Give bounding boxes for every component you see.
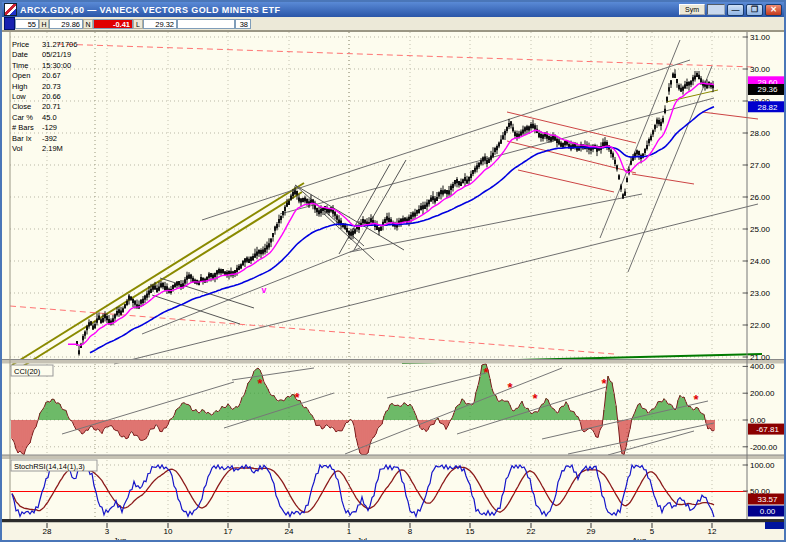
month-label: Jul xyxy=(357,536,367,542)
time-tick-label: 17 xyxy=(224,527,233,536)
quote-field-value[interactable]: 29.32 xyxy=(143,19,177,29)
data-panel-value: 45.0 xyxy=(42,113,102,123)
quote-field-label: N xyxy=(83,19,93,29)
month-label: Jun xyxy=(114,536,127,542)
data-panel-row: High20.73 xyxy=(12,82,102,92)
data-panel-label: Price xyxy=(12,40,42,50)
price-axis-label: 26.00 xyxy=(750,193,771,202)
title-bar[interactable]: ARCX.GDX,60 — VANECK VECTORS GOLD MINERS… xyxy=(2,2,784,17)
minimize-button[interactable]: — xyxy=(727,4,744,16)
data-panel-row: Car %45.0 xyxy=(12,113,102,123)
time-tick-label: 24 xyxy=(285,527,294,536)
data-panel-label: Time xyxy=(12,61,42,71)
data-panel-label: # Bars xyxy=(12,123,42,133)
time-tick-label: 10 xyxy=(164,527,173,536)
data-panel-value: 05/21/19 xyxy=(42,50,102,60)
window-title: ARCX.GDX,60 — VANECK VECTORS GOLD MINERS… xyxy=(20,5,677,15)
quote-color-swatch xyxy=(4,17,15,30)
data-panel-value: 31.271706 xyxy=(42,40,102,50)
price-axis-label: 23.00 xyxy=(750,289,771,298)
data-panel-row: Low20.66 xyxy=(12,92,102,102)
quote-bar: 55H29.86N-0.41L29.3238 xyxy=(2,17,784,31)
chart-window: ARCX.GDX,60 — VANECK VECTORS GOLD MINERS… xyxy=(0,0,786,542)
maximize-button[interactable]: ❐ xyxy=(746,4,763,16)
stoch-panel-label: StochRSI(14,14(1),3) xyxy=(14,462,85,471)
data-panel-row: Date05/21/19 xyxy=(12,50,102,60)
time-tick-label: 15 xyxy=(466,527,475,536)
time-tick-label: 1 xyxy=(347,527,352,536)
quote-field-value[interactable]: 55 xyxy=(15,19,39,29)
data-panel-value: 15:30:00 xyxy=(42,61,102,71)
time-tick-label: 8 xyxy=(408,527,413,536)
price-axis-label: 31.00 xyxy=(750,33,771,42)
close-button[interactable]: ✕ xyxy=(765,4,782,16)
price-axis-label: 28.00 xyxy=(750,129,771,138)
separator-cci-stoch xyxy=(2,455,786,459)
stoch-axis-label: 100.00 xyxy=(750,461,775,470)
data-panel-row: Close20.71 xyxy=(12,102,102,112)
price-axis-label: 25.00 xyxy=(750,225,771,234)
time-tick-label: 29 xyxy=(587,527,596,536)
data-panel-row: Bar Ix-392 xyxy=(12,134,102,144)
corner-grip xyxy=(765,522,786,529)
cci-panel-label: CCI(20) xyxy=(14,367,41,376)
month-label: Aug xyxy=(632,536,646,542)
time-tick-label: 28 xyxy=(43,527,52,536)
data-panel-value: 20.66 xyxy=(42,92,102,102)
data-panel-value: -392 xyxy=(42,134,102,144)
time-tick-label: 3 xyxy=(105,527,110,536)
data-panel-value: 2.19M xyxy=(42,144,102,154)
stoch-value-tag-0-text: 33.57 xyxy=(757,495,778,504)
data-panel-value: 20.71 xyxy=(42,102,102,112)
toolbar-button[interactable] xyxy=(707,4,725,15)
time-tick-label: 22 xyxy=(527,527,536,536)
data-panel-label: Low xyxy=(12,92,42,102)
data-panel-label: High xyxy=(12,82,42,92)
cci-axis-label: 400.00 xyxy=(750,362,775,371)
data-panel-value: 20.67 xyxy=(42,71,102,81)
price-axis-label: 24.00 xyxy=(750,257,771,266)
price-axis-label: 27.00 xyxy=(750,161,771,170)
price-tag-1-text: 29.36 xyxy=(757,85,778,94)
quote-field-label: H xyxy=(39,19,49,29)
time-tick-label: 5 xyxy=(650,527,655,536)
time-tick-label: 12 xyxy=(708,527,717,536)
pivot-marker: v xyxy=(261,285,266,295)
data-panel-label: Car % xyxy=(12,113,42,123)
data-panel-row: Open20.67 xyxy=(12,71,102,81)
price-tag-2-text: 28.82 xyxy=(757,103,778,112)
cci-value-tag-text: -67.81 xyxy=(756,425,779,434)
data-panel-row: Vol2.19M xyxy=(12,144,102,154)
app-icon xyxy=(4,3,17,16)
cci-axis-label: 200.00 xyxy=(750,389,775,398)
quote-field-value[interactable]: 29.86 xyxy=(49,19,83,29)
price-axis-label: 21.00 xyxy=(750,353,771,362)
price-axis-label: 30.00 xyxy=(750,65,771,74)
data-panel-label: Date xyxy=(12,50,42,60)
time-axis: 28310172418152229512JunJulAug xyxy=(2,522,786,542)
chart-region[interactable]: v*******CCI(20)StochRSI(14,14(1),3)31.00… xyxy=(2,31,786,542)
quote-field-label: L xyxy=(133,19,143,29)
chart-canvas[interactable]: v*******CCI(20)StochRSI(14,14(1),3)31.00… xyxy=(2,31,786,542)
sym-button[interactable]: Sym xyxy=(679,4,705,15)
cci-axis-label: -200.00 xyxy=(750,443,778,452)
data-panel-label: Close xyxy=(12,102,42,112)
data-panel-label: Bar Ix xyxy=(12,134,42,144)
data-panel-row: Price31.271706 xyxy=(12,40,102,50)
data-panel-label: Vol xyxy=(12,144,42,154)
data-panel-row: Time15:30:00 xyxy=(12,61,102,71)
data-panel: Price31.271706Date05/21/19Time15:30:00Op… xyxy=(12,40,102,154)
separator-stoch-axis xyxy=(2,519,786,523)
separator-main-cci xyxy=(2,360,786,364)
stoch-value-tag-1-text: 0.00 xyxy=(760,507,776,516)
quote-field-value[interactable] xyxy=(177,19,235,29)
quote-field-value[interactable]: -0.41 xyxy=(93,19,133,29)
data-panel-row: # Bars-129 xyxy=(12,123,102,133)
data-panel-label: Open xyxy=(12,71,42,81)
price-axis-label: 22.00 xyxy=(750,321,771,330)
quote-field-value[interactable]: 38 xyxy=(235,19,251,29)
data-panel-value: -129 xyxy=(42,123,102,133)
data-panel-value: 20.73 xyxy=(42,82,102,92)
